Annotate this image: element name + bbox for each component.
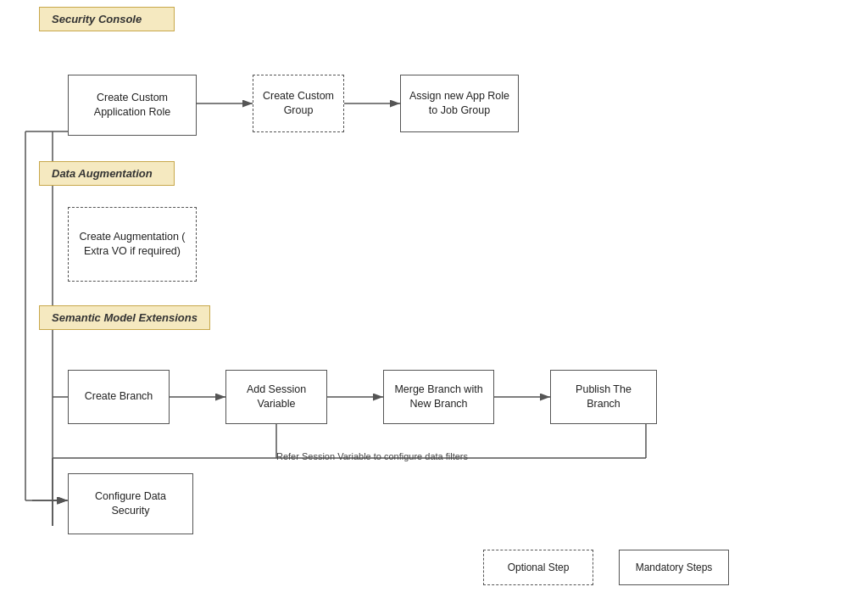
create-custom-app-role-box: Create Custom Application Role — [68, 75, 197, 136]
security-console-label: Security Console — [39, 7, 175, 31]
assign-app-role-box: Assign new App Role to Job Group — [400, 75, 519, 132]
add-session-variable-box: Add Session Variable — [225, 370, 327, 424]
create-custom-group-box: Create Custom Group — [253, 75, 344, 132]
mandatory-steps-legend: Mandatory Steps — [619, 550, 729, 585]
optional-step-legend: Optional Step — [483, 550, 593, 585]
publish-branch-box: Publish The Branch — [550, 370, 657, 424]
configure-data-security-box: Configure Data Security — [68, 473, 193, 534]
create-augmentation-box: Create Augmentation ( Extra VO if requir… — [68, 207, 197, 282]
data-augmentation-label: Data Augmentation — [39, 161, 175, 186]
refer-session-annotation: Refer Session Variable to configure data… — [276, 451, 468, 461]
diagram-container: Security Console Create Custom Applicati… — [0, 0, 868, 609]
create-branch-box: Create Branch — [68, 370, 170, 424]
semantic-model-label: Semantic Model Extensions — [39, 305, 210, 330]
merge-branch-box: Merge Branch with New Branch — [383, 370, 494, 424]
